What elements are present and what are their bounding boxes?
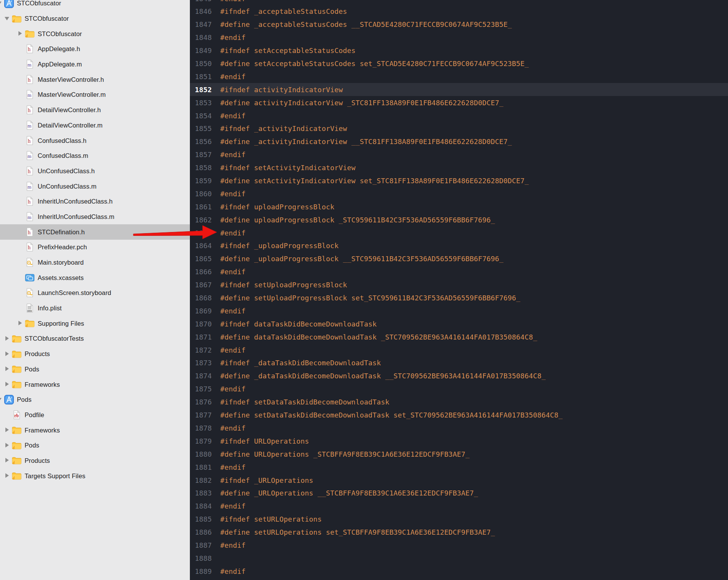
line-number[interactable]: 1875 <box>190 385 212 393</box>
code-line[interactable]: 1855 #ifndef _activityIndicatorView <box>190 122 728 135</box>
line-number[interactable]: 1849 <box>190 46 212 55</box>
line-number[interactable]: 1868 <box>190 294 212 302</box>
line-number[interactable]: 1882 <box>190 476 212 484</box>
line-number[interactable]: 1874 <box>190 372 212 380</box>
line-number[interactable]: 1884 <box>190 502 212 510</box>
code-line[interactable]: 1878 #endif <box>190 422 728 435</box>
sidebar-row[interactable]: PLIST Info.plist <box>0 301 190 316</box>
line-number[interactable]: 1859 <box>190 177 212 185</box>
code-line[interactable]: 1865 #define _uploadProgressBlock __STC9… <box>190 252 728 265</box>
disclosure-triangle-icon[interactable] <box>18 153 24 159</box>
code-line[interactable]: 1881 #endif <box>190 461 728 474</box>
line-number[interactable]: 1870 <box>190 320 212 328</box>
code-line[interactable]: 1864 #ifndef _uploadProgressBlock <box>190 239 728 252</box>
sidebar-row[interactable]: m AppDelegate.m <box>0 57 190 72</box>
disclosure-triangle-icon[interactable] <box>18 122 24 128</box>
sidebar-row[interactable]: Main.storyboard <box>0 255 190 270</box>
code-line[interactable]: 1889 #endif <box>190 565 728 578</box>
code-line[interactable]: 1874 #define _dataTaskDidBecomeDownloadT… <box>190 370 728 383</box>
line-number[interactable]: 1851 <box>190 73 212 81</box>
sidebar-row[interactable]: h ConfusedClass.h <box>0 133 190 148</box>
line-number[interactable]: 1866 <box>190 268 212 276</box>
line-number[interactable]: 1861 <box>190 203 212 211</box>
line-number[interactable]: 1847 <box>190 20 212 28</box>
code-line[interactable]: 1879 #ifndef URLOperations <box>190 434 728 447</box>
sidebar-row[interactable]: STCObfuscator <box>0 0 190 11</box>
disclosure-triangle-icon[interactable] <box>18 183 24 189</box>
sidebar-row[interactable]: Frameworks <box>0 423 190 438</box>
code-line[interactable]: 1854 #endif <box>190 109 728 122</box>
sidebar-row[interactable]: Assets.xcassets <box>0 270 190 285</box>
sidebar-row[interactable]: h DetailViewController.h <box>0 103 190 118</box>
code-line[interactable]: 1861 #ifndef uploadProgressBlock <box>190 200 728 213</box>
code-line[interactable]: 1886 #define setURLOperations set_STCBFF… <box>190 526 728 539</box>
sidebar-row[interactable]: h MasterViewController.h <box>0 72 190 87</box>
sidebar-row[interactable]: h InheritUnConfusedClass.h <box>0 194 190 209</box>
code-line[interactable]: 1867 #ifndef setUploadProgressBlock <box>190 278 728 292</box>
line-number[interactable]: 1888 <box>190 554 212 562</box>
line-number[interactable]: 1877 <box>190 411 212 419</box>
sidebar-row[interactable]: Targets Support Files <box>0 468 190 484</box>
line-number[interactable]: 1857 <box>190 151 212 159</box>
code-line[interactable]: 1850 #define setAcceptableStatusCodes se… <box>190 57 728 70</box>
line-number[interactable]: 1845 <box>190 0 212 3</box>
sidebar-row[interactable]: Pods <box>0 392 190 408</box>
disclosure-triangle-icon[interactable] <box>18 244 24 250</box>
line-number[interactable]: 1864 <box>190 242 212 250</box>
line-number[interactable]: 1883 <box>190 489 212 497</box>
disclosure-triangle-icon[interactable] <box>18 290 24 296</box>
line-number[interactable]: 1887 <box>190 541 212 549</box>
sidebar-row[interactable]: h PrefixHeader.pch <box>0 240 190 255</box>
disclosure-triangle-icon[interactable] <box>18 138 24 144</box>
sidebar-row[interactable]: STCObfuscatorTests <box>0 331 190 346</box>
line-number[interactable]: 1855 <box>190 124 212 133</box>
disclosure-triangle-icon[interactable] <box>5 412 11 418</box>
disclosure-triangle-icon[interactable] <box>5 473 11 479</box>
sidebar-row[interactable]: m MasterViewController.m <box>0 87 190 103</box>
disclosure-triangle-icon[interactable] <box>0 0 3 7</box>
disclosure-triangle-icon[interactable] <box>5 366 11 372</box>
sidebar-row[interactable]: Pods <box>0 362 190 377</box>
sidebar-row[interactable]: Pods <box>0 438 190 453</box>
code-line[interactable]: 1856 #define _activityIndicatorView __ST… <box>190 135 728 148</box>
disclosure-triangle-icon[interactable] <box>18 107 24 113</box>
code-line[interactable]: 1869 #endif <box>190 304 728 317</box>
line-number[interactable]: 1889 <box>190 567 212 575</box>
line-number[interactable]: 1867 <box>190 281 212 289</box>
sidebar-row[interactable]: STCObfuscator <box>0 11 190 27</box>
code-line[interactable]: 1846 #ifndef _acceptableStatusCodes <box>190 5 728 18</box>
disclosure-triangle-icon[interactable] <box>18 214 24 220</box>
code-line[interactable]: 1845 #endif <box>190 0 728 5</box>
code-line[interactable]: 1862 #define uploadProgressBlock _STC959… <box>190 213 728 226</box>
line-number[interactable]: 1881 <box>190 463 212 471</box>
sidebar-row[interactable]: h UnConfusedClass.h <box>0 164 190 179</box>
code-line[interactable]: 1851 #endif <box>190 70 728 83</box>
code-line[interactable]: 1849 #ifndef setAcceptableStatusCodes <box>190 44 728 57</box>
line-number[interactable]: 1873 <box>190 359 212 367</box>
sidebar-row[interactable]: Supporting Files <box>0 316 190 331</box>
code-line[interactable]: 1875 #endif <box>190 383 728 396</box>
disclosure-triangle-icon[interactable] <box>5 381 11 388</box>
code-line[interactable]: 1853 #define activityIndicatorView _STC8… <box>190 96 728 109</box>
sidebar-row[interactable]: Frameworks <box>0 377 190 392</box>
disclosure-triangle-icon[interactable] <box>5 336 11 342</box>
disclosure-triangle-icon[interactable] <box>5 457 11 464</box>
disclosure-triangle-icon[interactable] <box>18 46 24 52</box>
line-number[interactable]: 1853 <box>190 99 212 107</box>
line-number[interactable]: 1876 <box>190 398 212 406</box>
code-line[interactable]: 1863 #endif <box>190 226 728 239</box>
line-number[interactable]: 1854 <box>190 112 212 120</box>
line-number[interactable]: 1863 <box>190 229 212 237</box>
line-number[interactable]: 1886 <box>190 528 212 536</box>
code-line[interactable]: 1872 #endif <box>190 343 728 356</box>
disclosure-triangle-icon[interactable] <box>18 76 24 83</box>
line-number[interactable]: 1850 <box>190 60 212 68</box>
disclosure-triangle-icon[interactable] <box>0 397 3 403</box>
code-line[interactable]: 1887 #endif <box>190 539 728 552</box>
line-number[interactable]: 1862 <box>190 216 212 224</box>
disclosure-triangle-icon[interactable] <box>18 92 24 98</box>
sidebar-row[interactable]: m UnConfusedClass.m <box>0 179 190 194</box>
code-line[interactable]: 1868 #define setUploadProgressBlock set_… <box>190 292 728 305</box>
line-number[interactable]: 1872 <box>190 346 212 354</box>
code-line[interactable]: 1858 #ifndef setActivityIndicatorView <box>190 161 728 174</box>
